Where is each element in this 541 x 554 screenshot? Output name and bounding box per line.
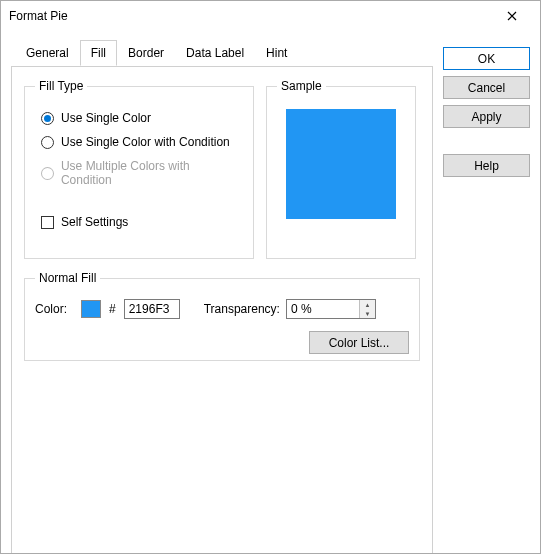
apply-button[interactable]: Apply: [443, 105, 530, 128]
sample-swatch: [286, 109, 396, 219]
close-button[interactable]: [492, 2, 532, 30]
close-icon: [507, 11, 517, 21]
help-button[interactable]: Help: [443, 154, 530, 177]
sample-group: Sample: [266, 79, 416, 259]
hash-label: #: [109, 302, 116, 316]
tab-general[interactable]: General: [15, 40, 80, 66]
color-list-button[interactable]: Color List...: [309, 331, 409, 354]
transparency-spinner[interactable]: 0 % ▲ ▼: [286, 299, 376, 319]
tab-fill[interactable]: Fill: [80, 40, 117, 66]
sample-legend: Sample: [277, 79, 326, 93]
spinner-up[interactable]: ▲: [360, 300, 375, 309]
window-title: Format Pie: [9, 9, 492, 23]
tab-hint[interactable]: Hint: [255, 40, 298, 66]
checkbox-self-settings[interactable]: [41, 216, 54, 229]
normal-fill-group: Normal Fill Color: # 2196F3 Transparency…: [24, 271, 420, 361]
cancel-button[interactable]: Cancel: [443, 76, 530, 99]
radio-use-single-color-cond[interactable]: [41, 136, 54, 149]
ok-button[interactable]: OK: [443, 47, 530, 70]
checkbox-self-settings-label: Self Settings: [61, 215, 128, 229]
color-hex-input[interactable]: 2196F3: [124, 299, 180, 319]
transparency-label: Transparency:: [204, 302, 280, 316]
fill-type-legend: Fill Type: [35, 79, 87, 93]
color-swatch[interactable]: [81, 300, 101, 318]
radio-use-single-color-cond-label: Use Single Color with Condition: [61, 135, 230, 149]
radio-use-multiple-colors-cond: [41, 167, 54, 180]
spinner-down[interactable]: ▼: [360, 309, 375, 318]
transparency-value[interactable]: 0 %: [287, 300, 359, 318]
radio-use-multiple-colors-cond-label: Use Multiple Colors with Condition: [61, 159, 243, 187]
tab-data-label[interactable]: Data Label: [175, 40, 255, 66]
radio-use-single-color-label: Use Single Color: [61, 111, 151, 125]
color-label: Color:: [35, 302, 75, 316]
radio-use-single-color[interactable]: [41, 112, 54, 125]
tab-border[interactable]: Border: [117, 40, 175, 66]
fill-type-group: Fill Type Use Single Color Use Single Co…: [24, 79, 254, 259]
normal-fill-legend: Normal Fill: [35, 271, 100, 285]
